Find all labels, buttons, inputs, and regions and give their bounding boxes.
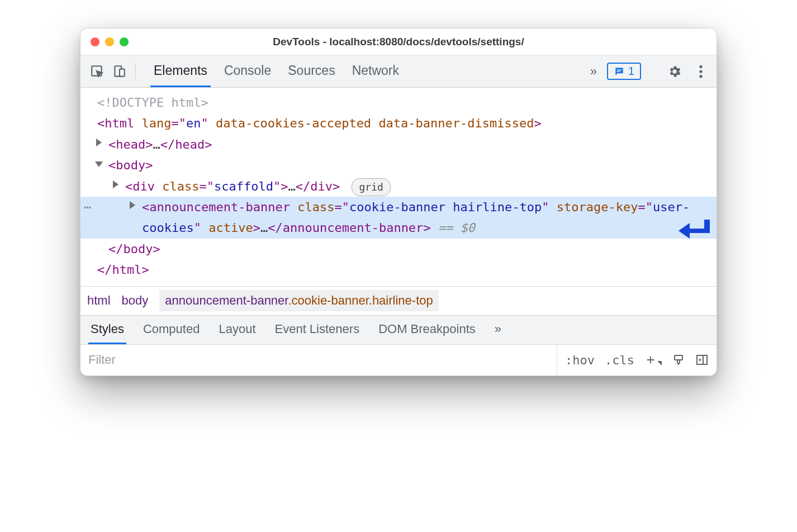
breadcrumb-html[interactable]: html (87, 293, 111, 308)
svg-rect-9 (697, 355, 707, 364)
tab-layout[interactable]: Layout (216, 316, 258, 344)
grid-badge[interactable]: grid (352, 178, 390, 197)
toggle-sidebar-icon[interactable] (695, 353, 709, 367)
svg-rect-4 (617, 71, 620, 72)
breadcrumb: html body announcement-banner.cookie-ban… (80, 286, 717, 315)
devtools-window: DevTools - localhost:8080/docs/devtools/… (80, 28, 717, 376)
device-toggle-icon[interactable] (108, 55, 131, 87)
dom-body-close[interactable]: </body> (80, 239, 717, 259)
gutter-menu-icon[interactable]: ⋯ (84, 197, 92, 217)
toggle-cls-button[interactable]: .cls (605, 353, 634, 367)
issues-count: 1 (628, 65, 634, 78)
more-options-icon[interactable] (693, 64, 709, 79)
svg-rect-3 (617, 69, 622, 70)
dom-announcement-banner[interactable]: ⋯ <announcement-banner class="cookie-ban… (80, 197, 717, 239)
svg-rect-2 (120, 69, 125, 76)
tab-computed[interactable]: Computed (141, 316, 202, 344)
dom-body-open[interactable]: <body> (80, 155, 717, 175)
styles-tools: :hov .cls (557, 345, 717, 376)
tab-console[interactable]: Console (221, 55, 274, 87)
settings-icon[interactable] (662, 64, 687, 79)
minimize-window-button[interactable] (105, 37, 114, 46)
inspect-element-icon[interactable] (86, 55, 108, 87)
svg-point-5 (699, 65, 702, 68)
dom-doctype[interactable]: <!DOCTYPE html> (80, 92, 717, 113)
window-title: DevTools - localhost:8080/docs/devtools/… (80, 36, 717, 48)
styles-filter-row: :hov .cls (80, 344, 717, 376)
styles-tabbar: Styles Computed Layout Event Listeners D… (80, 315, 717, 344)
dom-html-open[interactable]: <html lang="en" data-cookies-accepted da… (80, 113, 717, 134)
tab-styles[interactable]: Styles (88, 316, 126, 344)
expand-icon[interactable] (96, 139, 102, 146)
traffic-lights (91, 37, 129, 46)
zoom-window-button[interactable] (120, 37, 129, 46)
new-style-rule-icon[interactable] (644, 354, 662, 366)
dom-tree[interactable]: <!DOCTYPE html> <html lang="en" data-coo… (80, 88, 717, 286)
dom-div-scaffold[interactable]: <div class="scaffold">…</div> grid (80, 176, 717, 197)
breadcrumb-selected[interactable]: announcement-banner.cookie-banner.hairli… (159, 290, 438, 311)
tab-network[interactable]: Network (349, 55, 402, 87)
tab-event-listeners[interactable]: Event Listeners (273, 316, 362, 344)
expand-icon[interactable] (130, 201, 135, 209)
toggle-hov-button[interactable]: :hov (565, 353, 595, 367)
tab-elements[interactable]: Elements (150, 55, 211, 87)
more-styles-tabs-icon[interactable]: » (492, 316, 504, 344)
main-toolbar: Elements Console Sources Network » 1 (80, 55, 717, 88)
styles-filter-input[interactable] (80, 345, 557, 376)
panel-tabs: Elements Console Sources Network (140, 55, 402, 87)
expand-icon[interactable] (113, 180, 118, 188)
dom-html-close[interactable]: </html> (80, 259, 717, 280)
more-tabs-icon[interactable]: » (586, 64, 601, 79)
tab-sources[interactable]: Sources (284, 55, 338, 87)
svg-rect-8 (675, 355, 682, 360)
chat-icon (614, 66, 625, 77)
titlebar: DevTools - localhost:8080/docs/devtools/… (80, 28, 717, 55)
issues-badge[interactable]: 1 (607, 63, 641, 80)
paint-brush-icon[interactable] (672, 353, 685, 367)
breadcrumb-body[interactable]: body (122, 293, 149, 308)
toolbar-separator (135, 63, 136, 79)
close-window-button[interactable] (91, 37, 99, 46)
dom-head[interactable]: <head>…</head> (80, 134, 717, 155)
svg-point-6 (699, 70, 702, 73)
collapse-icon[interactable] (95, 162, 103, 167)
tab-dom-breakpoints[interactable]: DOM Breakpoints (376, 316, 478, 344)
svg-point-7 (699, 75, 702, 78)
